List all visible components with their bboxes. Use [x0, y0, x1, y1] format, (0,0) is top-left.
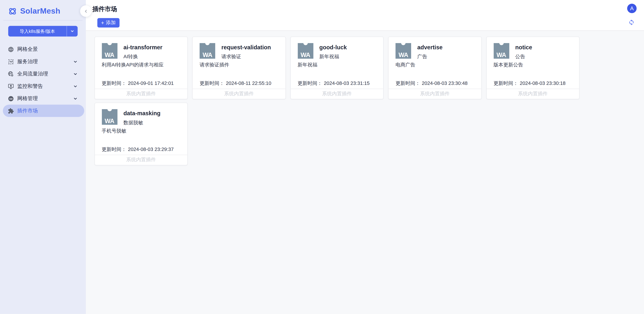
- webassembly-icon-text: WA: [200, 51, 215, 58]
- service-governance-icon: [8, 58, 14, 65]
- plugin-alias: 请求验证: [222, 53, 241, 60]
- plugin-description: 新年祝福: [298, 62, 378, 68]
- updated-label: 更新时间：: [494, 80, 518, 86]
- app: SolarMesh 导入k8s服务/版本 网格全景 服务治理 全局流量治理 监控…: [0, 0, 644, 314]
- sidebar-item-label: 网格全景: [17, 46, 38, 53]
- sidebar: SolarMesh 导入k8s服务/版本 网格全景 服务治理 全局流量治理 监控…: [0, 0, 86, 314]
- refresh-icon: [628, 19, 634, 25]
- plugin-updated-row: 更新时间：2024-08-03 23:31:15: [298, 80, 370, 87]
- plugin-alias: AI转换: [124, 53, 138, 60]
- webassembly-icon: WA: [494, 43, 509, 58]
- plugin-card-data-masking[interactable]: WA data-masking 数据脱敏 手机号脱敏 更新时间：2024-08-…: [94, 102, 188, 165]
- webassembly-icon: WA: [102, 109, 117, 125]
- webassembly-icon-text: WA: [102, 51, 117, 58]
- sidebar-item-plugin-market[interactable]: 插件市场: [3, 105, 84, 117]
- plugin-card-footer: 系统内置插件: [290, 89, 383, 99]
- import-k8s-button[interactable]: 导入k8s服务/版本: [8, 26, 78, 36]
- updated-label: 更新时间：: [102, 146, 126, 152]
- builtin-plugin-label: 系统内置插件: [126, 90, 156, 97]
- plugin-name: request-validation: [222, 44, 271, 50]
- updated-value: 2024-09-01 17:42:01: [128, 80, 174, 86]
- main-area: 插件市场 A + 添加 WA ai-transformer AI转换 利用AI转…: [86, 0, 644, 314]
- plugin-card-good-luck[interactable]: WA good-luck 新年祝福 新年祝福 更新时间：2024-08-03 2…: [290, 36, 384, 99]
- logo: SolarMesh: [0, 0, 86, 16]
- plugin-description: 请求验证插件: [200, 62, 280, 68]
- sidebar-collapse-button[interactable]: [80, 5, 92, 17]
- updated-label: 更新时间：: [200, 80, 224, 86]
- plugin-updated-row: 更新时间：2024-08-11 22:55:10: [200, 80, 271, 87]
- builtin-plugin-label: 系统内置插件: [518, 90, 548, 97]
- updated-label: 更新时间：: [298, 80, 322, 86]
- sidebar-item-monitoring-alert[interactable]: 监控和警告: [3, 80, 84, 92]
- sidebar-item-mesh-overview[interactable]: 网格全景: [3, 43, 84, 55]
- sidebar-item-label: 全局流量治理: [17, 70, 48, 77]
- sidebar-item-service-governance[interactable]: 服务治理: [3, 55, 84, 68]
- user-avatar[interactable]: A: [627, 4, 636, 13]
- builtin-plugin-label: 系统内置插件: [126, 156, 156, 164]
- plugin-card-footer: 系统内置插件: [192, 89, 285, 99]
- page-title: 插件市场: [92, 5, 117, 13]
- add-plugin-button[interactable]: + 添加: [97, 18, 119, 27]
- plugin-description: 版本更新公告: [494, 62, 574, 68]
- updated-value: 2024-08-03 23:29:37: [128, 146, 174, 152]
- plugin-card-notice[interactable]: WA notice 公告 版本更新公告 更新时间：2024-08-03 23:3…: [486, 36, 580, 99]
- webassembly-icon-text: WA: [396, 51, 411, 58]
- puzzle-icon: [8, 108, 14, 114]
- plugin-card-footer: 系统内置插件: [486, 89, 579, 99]
- import-k8s-button-label[interactable]: 导入k8s服务/版本: [8, 26, 66, 36]
- chevron-down-icon: [73, 72, 78, 76]
- chevron-left-icon: [84, 9, 88, 13]
- sidebar-item-global-traffic[interactable]: 全局流量治理: [3, 68, 84, 80]
- updated-value: 2024-08-03 23:30:18: [520, 80, 566, 86]
- mesh-management-icon: SM: [8, 95, 14, 102]
- plugin-updated-row: 更新时间：2024-08-03 23:30:18: [494, 80, 566, 87]
- sidebar-nav: 网格全景 服务治理 全局流量治理 监控和警告 SM 网格管理 插件市场: [0, 43, 86, 117]
- builtin-plugin-label: 系统内置插件: [420, 90, 450, 97]
- webassembly-icon-text: WA: [494, 51, 509, 58]
- content-area: WA ai-transformer AI转换 利用AI转换API的请求与相应 更…: [86, 31, 644, 314]
- import-dropdown-toggle[interactable]: [67, 26, 78, 36]
- chevron-down-icon: [73, 96, 78, 101]
- plugin-updated-row: 更新时间：2024-09-01 17:42:01: [102, 80, 174, 87]
- plugin-card-grid: WA ai-transformer AI转换 利用AI转换API的请求与相应 更…: [94, 36, 599, 165]
- plugin-description: 电商广告: [396, 62, 476, 68]
- plugin-card-footer: 系统内置插件: [95, 155, 187, 165]
- topbar: 插件市场 A + 添加: [86, 0, 644, 31]
- plugin-name: data-masking: [124, 110, 160, 116]
- chevron-down-icon: [70, 29, 74, 33]
- plugin-card-advertise[interactable]: WA advertise 广告 电商广告 更新时间：2024-08-03 23:…: [388, 36, 482, 99]
- builtin-plugin-label: 系统内置插件: [322, 90, 352, 97]
- sidebar-item-label: 网格管理: [17, 95, 38, 102]
- plugin-card-request-validation[interactable]: WA request-validation 请求验证 请求验证插件 更新时间：2…: [192, 36, 286, 99]
- webassembly-icon-text: WA: [102, 118, 117, 124]
- updated-value: 2024-08-03 23:31:15: [324, 80, 370, 86]
- plugin-name: advertise: [417, 44, 442, 50]
- add-plugin-button-label: 添加: [106, 19, 116, 26]
- solarmesh-logo-icon: [8, 6, 17, 16]
- refresh-button[interactable]: [628, 19, 634, 25]
- sidebar-divider: [3, 20, 82, 20]
- plugin-name: notice: [515, 44, 532, 50]
- builtin-plugin-label: 系统内置插件: [224, 90, 254, 97]
- globe-icon: [8, 46, 14, 52]
- plugin-card-ai-transformer[interactable]: WA ai-transformer AI转换 利用AI转换API的请求与相应 更…: [94, 36, 188, 99]
- sidebar-item-label: 服务治理: [17, 58, 38, 65]
- avatar-letter: A: [630, 5, 634, 11]
- plugin-updated-row: 更新时间：2024-08-03 23:30:48: [396, 80, 468, 87]
- webassembly-icon-text: WA: [298, 51, 313, 58]
- plugin-description: 手机号脱敏: [102, 128, 182, 134]
- app-title: SolarMesh: [20, 6, 60, 15]
- updated-label: 更新时间：: [396, 80, 420, 86]
- plugin-name: good-luck: [319, 44, 347, 50]
- plugin-updated-row: 更新时间：2024-08-03 23:29:37: [102, 146, 174, 153]
- plugin-alias: 新年祝福: [319, 53, 339, 60]
- sidebar-item-label: 监控和警告: [17, 83, 43, 90]
- svg-text:SM: SM: [9, 97, 12, 100]
- sidebar-item-mesh-management[interactable]: SM 网格管理: [3, 92, 84, 104]
- plugin-card-footer: 系统内置插件: [388, 89, 481, 99]
- plugin-alias: 广告: [417, 53, 427, 60]
- webassembly-icon: WA: [200, 43, 215, 58]
- webassembly-icon: WA: [102, 43, 117, 58]
- monitor-alert-icon: [8, 83, 14, 89]
- webassembly-icon: WA: [298, 43, 313, 58]
